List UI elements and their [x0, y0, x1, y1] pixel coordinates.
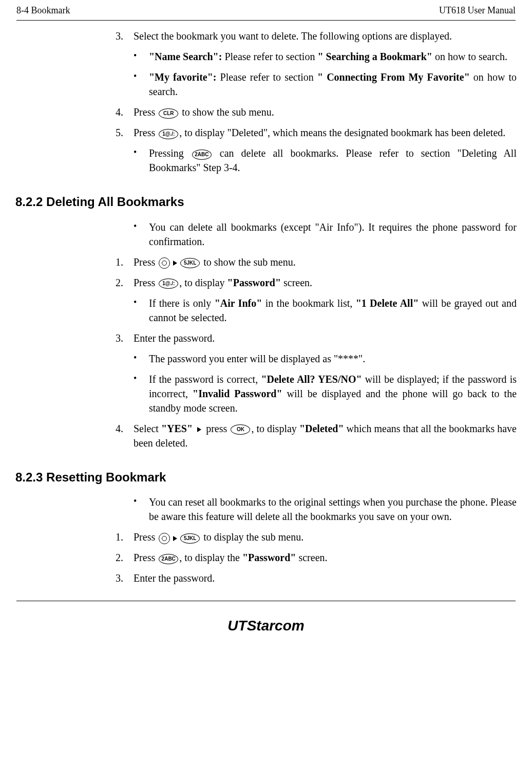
bullet-icon: • — [134, 220, 149, 249]
s823-step-2: 2. Press 2ABC, to display the "Password"… — [116, 550, 517, 565]
heading-823: 8.2.3 Resetting Bookmark — [15, 469, 517, 486]
step-number: 3. — [116, 29, 134, 43]
step-text: Press 2ABC, to display the "Password" sc… — [134, 550, 517, 565]
key-1-icon: 1@./: — [159, 129, 178, 139]
arrow-icon — [173, 536, 177, 541]
bullet-text: "My favorite": Please refer to section "… — [149, 70, 517, 99]
step-number: 2. — [116, 550, 134, 565]
bullet-name-search: • "Name Search": Please refer to section… — [134, 49, 517, 64]
bullet-icon: • — [134, 146, 149, 175]
step-text: Enter the password. — [134, 571, 517, 585]
bullet-text: "Name Search": Please refer to section "… — [149, 49, 517, 64]
bullet-icon: • — [134, 70, 149, 99]
arrow-icon — [197, 427, 201, 432]
key-1-icon: 1@./: — [159, 278, 178, 289]
bullet-my-favorite: • "My favorite": Please refer to section… — [134, 70, 517, 99]
s822-step-3: 3. Enter the password. — [116, 331, 517, 345]
step-3: 3. Select the bookmark you want to delet… — [116, 29, 517, 43]
step-text: Press 5JKL to display the sub menu. — [134, 530, 517, 544]
s822-step-1: 1. Press 5JKL to show the sub menu. — [116, 255, 517, 269]
bullet-icon: • — [134, 372, 149, 415]
step-text: Press CLR to show the sub menu. — [134, 105, 517, 119]
s823-intro-bullet: • You can reset all bookmarks to the ori… — [134, 495, 517, 524]
step-number: 2. — [116, 275, 134, 290]
step-text: Press 5JKL to show the sub menu. — [134, 255, 517, 269]
s822-step-2-bullet: • If there is only "Air Info" in the boo… — [134, 296, 517, 325]
bullet-icon: • — [134, 495, 149, 524]
step-5-bullet: • Pressing 2ABC can delete all bookmarks… — [134, 146, 517, 175]
nav-key-icon — [159, 533, 170, 544]
step-text: Press 1@./:, to display "Password" scree… — [134, 275, 517, 290]
bullet-text: If there is only "Air Info" in the bookm… — [149, 296, 517, 325]
step-number: 3. — [116, 571, 134, 585]
bullet-text: If the password is correct, "Delete All?… — [149, 372, 517, 415]
bullet-text: You can reset all bookmarks to the origi… — [149, 495, 517, 524]
ok-key-icon: OK — [231, 424, 250, 435]
s822-step-3-bullet-2: • If the password is correct, "Delete Al… — [134, 372, 517, 415]
bullet-icon: • — [134, 351, 149, 366]
arrow-icon — [173, 261, 177, 266]
step-number: 1. — [116, 255, 134, 269]
main-content: 3. Select the bookmark you want to delet… — [0, 21, 532, 585]
s823-step-3: 3. Enter the password. — [116, 571, 517, 585]
logo-text: UTStarcom — [227, 618, 304, 634]
key-2-icon: 2ABC — [192, 150, 212, 160]
step-text: Press 1@./:, to display "Deleted", which… — [134, 125, 517, 140]
key-5-icon: 5JKL — [180, 533, 200, 544]
s822-step-4: 4. Select "YES" press OK, to display "De… — [116, 421, 517, 450]
bullet-icon: • — [134, 49, 149, 64]
step-number: 4. — [116, 421, 134, 450]
s823-step-1: 1. Press 5JKL to display the sub menu. — [116, 530, 517, 544]
page-header: 8-4 Bookmark UT618 User Manual — [0, 0, 532, 19]
step-text: Select "YES" press OK, to display "Delet… — [134, 421, 517, 450]
bullet-icon: • — [134, 296, 149, 325]
step-text: Enter the password. — [134, 331, 517, 345]
s822-step-2: 2. Press 1@./:, to display "Password" sc… — [116, 275, 517, 290]
header-left: 8-4 Bookmark — [16, 4, 70, 17]
step-5: 5. Press 1@./:, to display "Deleted", wh… — [116, 125, 517, 140]
step-number: 4. — [116, 105, 134, 119]
key-5-icon: 5JKL — [180, 258, 200, 268]
step-4: 4. Press CLR to show the sub menu. — [116, 105, 517, 119]
s822-step-3-bullet-1: • The password you enter will be display… — [134, 351, 517, 366]
footer-divider — [16, 601, 516, 601]
key-2-icon: 2ABC — [159, 554, 178, 564]
step-number: 5. — [116, 125, 134, 140]
nav-key-icon — [159, 257, 170, 269]
bullet-text: You can delete all bookmarks (except "Ai… — [149, 220, 517, 249]
bullet-text: The password you enter will be displayed… — [149, 351, 517, 366]
s822-intro-bullet: • You can delete all bookmarks (except "… — [134, 220, 517, 249]
clr-key-icon: CLR — [159, 108, 178, 119]
bullet-text: Pressing 2ABC can delete all bookmarks. … — [149, 146, 517, 175]
step-number: 1. — [116, 530, 134, 544]
step-number: 3. — [116, 331, 134, 345]
heading-822: 8.2.2 Deleting All Bookmarks — [15, 193, 517, 211]
header-right: UT618 User Manual — [439, 4, 516, 17]
logo: UTStarcom — [0, 616, 532, 636]
step-text: Select the bookmark you want to delete. … — [134, 29, 517, 43]
